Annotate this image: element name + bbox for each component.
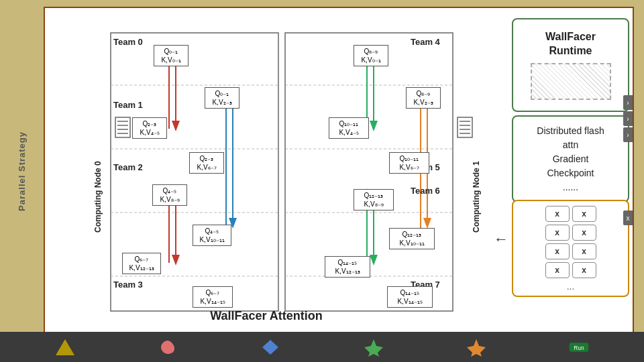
pink-shape-icon[interactable] <box>157 338 178 357</box>
runtime-title: WallFacerRuntime <box>545 30 596 58</box>
qkv-q1213-kv89: Q₁₂₋₁₃K,V₈₋₉ <box>354 189 394 210</box>
qkv-q01-kv01: Q₀₋₁K,V₀₋₁ <box>154 45 189 66</box>
right-btn-3[interactable]: › <box>623 127 633 142</box>
svg-text:Run: Run <box>574 345 585 351</box>
team-0-label: Team 0 <box>113 37 143 47</box>
team-6-label: Team 6 <box>411 186 440 196</box>
matrix-cell-5: x <box>545 243 570 259</box>
qkv-q23-kv45: Q₂₋₃K,V₄₋₅ <box>132 117 167 139</box>
green-shape-icon[interactable] <box>363 338 384 357</box>
team-1-label: Team 1 <box>113 100 143 110</box>
runtime-inner-box <box>531 63 611 100</box>
right-btn-4[interactable]: x <box>623 210 633 225</box>
wallFacer-runtime-box: WallFacerRuntime <box>512 18 629 112</box>
matrix-cell-4: x <box>572 225 596 241</box>
description-box: Distributed flashattnGradientCheckpoint.… <box>512 115 629 202</box>
dark-green-shape-icon[interactable]: Run <box>568 338 590 357</box>
description-text: Distributed flashattnGradientCheckpoint.… <box>537 124 604 194</box>
matrix-cell-7: x <box>545 262 570 278</box>
bottom-toolbar: Run <box>0 332 644 362</box>
main-content-area: Team 0 Team 1 Team 2 Team 3 Team 4 Team … <box>44 7 634 335</box>
svg-marker-32 <box>56 339 74 355</box>
team-4-label: Team 4 <box>411 37 440 47</box>
qkv-q89-kv01: Q₈₋₉K,V₀₋₁ <box>354 45 388 66</box>
svg-rect-27 <box>458 117 472 137</box>
blue-shape-icon[interactable] <box>260 338 281 357</box>
qkv-q45-kv89: Q₄₋₅K,V₈₋₉ <box>152 184 187 206</box>
matrix-cell-3: x <box>545 225 570 241</box>
matrix-box: x x x x x x x x ... <box>512 200 629 297</box>
qkv-q89-kv23: Q₈₋₉K,V₂₋₃ <box>406 87 441 109</box>
matrix-cell-8: x <box>572 262 596 278</box>
qkv-q1011-kv45: Q₁₀₋₁₁K,V₄₋₅ <box>329 117 369 139</box>
matrix-cell-6: x <box>572 243 596 259</box>
qkv-q67-kv1415: Q₆₋₇K,V₁₄₋₁₅ <box>193 286 233 308</box>
qkv-q45-kv1011: Q₄₋₅K,V₁₀₋₁₁ <box>193 225 231 246</box>
computing-node-1-label: Computing Node 1 <box>472 99 481 233</box>
team-3-label: Team 3 <box>113 280 143 290</box>
qkv-q1415-kv1213: Q₁₄₋₁₅K,V₁₂₋₁₃ <box>325 256 370 278</box>
qkv-q67-kv1213: Q₆₋₇K,V₁₂₋₁₃ <box>122 253 161 274</box>
qkv-q01-kv23: Q₀₋₁K,V₂₋₃ <box>205 87 239 109</box>
team-2-label: Team 2 <box>113 162 143 172</box>
arrow-annotation: ← <box>494 231 508 248</box>
qkv-q23-kv67: Q₂₋₃K,V₆₋₇ <box>189 152 224 174</box>
yellow-shape-icon[interactable] <box>54 338 76 357</box>
left-sidebar: Parallel Strategy <box>0 7 44 335</box>
svg-rect-22 <box>115 117 130 137</box>
computing-node-0-label: Computing Node 0 <box>93 99 103 233</box>
matrix-cell-2: x <box>572 206 596 222</box>
qkv-q1213-kv1011: Q₁₂₋₁₃K,V₁₀₋₁₁ <box>389 228 435 249</box>
sidebar-label: Parallel Strategy <box>17 131 27 211</box>
matrix-dots: ... <box>567 281 575 292</box>
right-button-panel: › › › x <box>623 95 633 225</box>
matrix-grid: x x x x x x x x <box>545 206 596 278</box>
matrix-cell-1: x <box>545 206 570 222</box>
wallFacer-attention-diagram: Team 0 Team 1 Team 2 Team 3 Team 4 Team … <box>52 18 481 326</box>
orange-shape-icon[interactable] <box>466 338 487 357</box>
right-btn-2[interactable]: › <box>623 111 633 126</box>
diagram-title: WallFacer Attention <box>52 309 481 323</box>
qkv-q1415-kv1415: Q₁₄₋₁₅K,V₁₄₋₁₅ <box>387 286 433 308</box>
right-btn-1[interactable]: › <box>623 95 633 110</box>
qkv-q1011-kv67: Q₁₀₋₁₁K,V₆₋₇ <box>389 152 429 174</box>
